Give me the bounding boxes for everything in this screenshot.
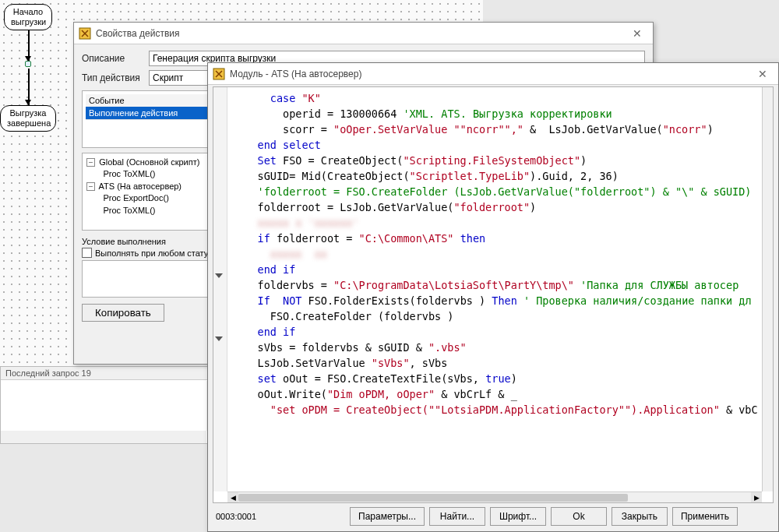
checkbox-any-status[interactable] — [82, 248, 92, 258]
copy-button[interactable]: Копировать — [82, 304, 164, 322]
node-line2: завершена — [7, 118, 51, 128]
label-action-type: Тип действия — [82, 72, 149, 83]
dialog-title: Свойства действия — [96, 28, 626, 39]
tree-node-proc[interactable]: Proc ToXML() — [103, 206, 155, 215]
bottom-panel-header: Последний запрос 19 — [1, 367, 217, 380]
gutter — [213, 87, 227, 491]
code-editor[interactable]: case "K" operid = 130000664 'XML. ATS. В… — [213, 86, 774, 503]
ok-button[interactable]: Ok — [551, 507, 607, 526]
arrow-icon — [25, 100, 31, 105]
scrollbar-horizontal[interactable]: ◀ ▶ — [227, 491, 762, 502]
collapse-icon[interactable]: − — [86, 158, 95, 167]
tree-node-proc[interactable]: Proc ExportDoc() — [103, 193, 168, 203]
font-button[interactable]: Шрифт... — [490, 507, 546, 526]
collapse-icon[interactable]: − — [86, 182, 95, 191]
flow-node-end[interactable]: Выгрузка завершена — [0, 105, 56, 132]
scrollbar-thumb[interactable] — [238, 494, 628, 502]
scroll-left-icon[interactable]: ◀ — [227, 492, 238, 503]
titlebar[interactable]: Свойства действия ✕ — [74, 23, 653, 44]
dialog-title: Модуль - ATS (На автосервер) — [230, 69, 752, 79]
tree-node-proc[interactable]: Proc ToXML() — [103, 169, 155, 178]
code-text[interactable]: case "K" operid = 130000664 'XML. ATS. В… — [227, 87, 762, 491]
tree-node-ats[interactable]: ATS (На автосервер) — [99, 181, 182, 191]
titlebar[interactable]: Модуль - ATS (На автосервер) ✕ — [208, 63, 778, 85]
apply-button[interactable]: Применить — [672, 507, 738, 526]
cursor-position: 0003:0001 — [213, 512, 345, 521]
app-icon — [79, 27, 91, 40]
close-button[interactable]: ✕ — [626, 26, 648, 41]
params-button[interactable]: Параметры... — [350, 507, 425, 526]
scroll-right-icon[interactable]: ▶ — [751, 492, 762, 503]
scrollbar-horizontal[interactable] — [1, 431, 206, 443]
flow-node-start[interactable]: Начало выгрузки — [4, 4, 52, 30]
app-icon — [213, 68, 225, 80]
statusbar: 0003:0001 Параметры... Найти... Шрифт...… — [213, 506, 774, 527]
label-description: Описание — [82, 53, 149, 64]
find-button[interactable]: Найти... — [429, 507, 485, 526]
node-line2: выгрузки — [11, 17, 46, 26]
close-button[interactable]: ✕ — [752, 66, 774, 82]
fold-marker-icon[interactable] — [215, 336, 223, 341]
checkbox-label: Выполнять при любом статусе — [95, 248, 217, 258]
scrollbar-vertical[interactable] — [762, 87, 773, 491]
node-line1: Начало — [13, 7, 43, 16]
close-button[interactable]: Закрыть — [612, 507, 668, 526]
node-line1: Выгрузка — [10, 108, 47, 118]
tree-node-global[interactable]: Global (Основной скрипт) — [99, 157, 199, 167]
node-mid-icon[interactable] — [25, 61, 31, 67]
fold-marker-icon[interactable] — [215, 273, 223, 278]
module-code-dialog: Модуль - ATS (На автосервер) ✕ case "K" … — [207, 62, 779, 532]
bottom-panel: Последний запрос 19 — [0, 366, 218, 444]
